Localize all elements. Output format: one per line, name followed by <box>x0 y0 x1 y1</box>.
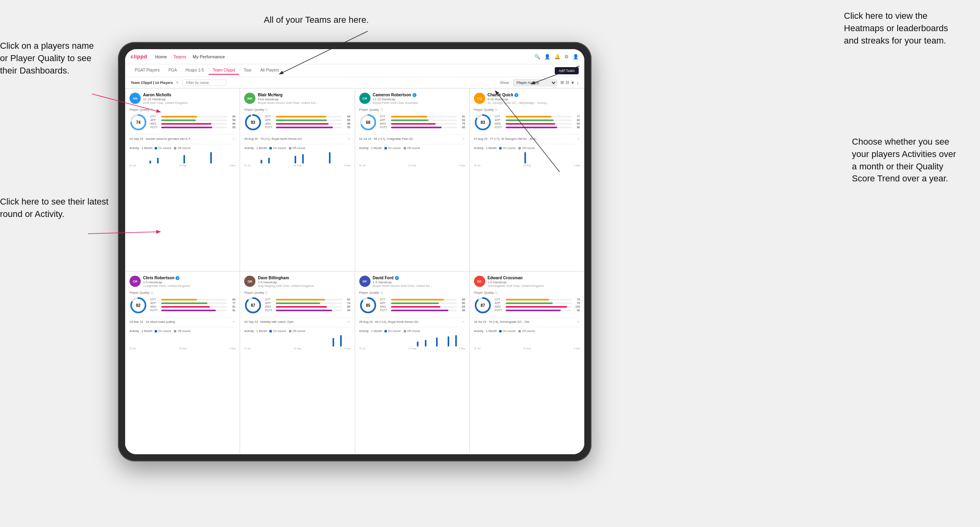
player-club: Royal North Devon Golf Club, United Kir.… <box>373 284 465 288</box>
filter-icon[interactable]: ▼ <box>571 80 575 85</box>
svg-text:74: 74 <box>136 120 141 125</box>
player-name[interactable]: Blair McHarg <box>258 93 350 97</box>
sort-icon[interactable]: ↕ <box>577 80 579 85</box>
quality-circle[interactable]: 85 <box>359 296 377 314</box>
latest-round[interactable]: 04 Sep 23 · Mobility with coach, Gym → <box>244 317 350 324</box>
nav-logo: clippd <box>131 54 147 60</box>
round-arrow[interactable]: → <box>462 137 465 141</box>
quality-circle[interactable]: 68 <box>359 113 377 131</box>
grid-view-icon[interactable]: ⊞ <box>560 80 564 85</box>
latest-round[interactable]: 02 Sep 23 · Sunset round to get back int… <box>129 134 235 141</box>
off-course-legend <box>518 147 521 149</box>
on-course-label: On course <box>158 330 171 332</box>
tab-pgat[interactable]: PGAT Players <box>131 66 163 75</box>
round-arrow[interactable]: → <box>347 320 351 324</box>
nav-link-home[interactable]: Home <box>155 54 167 59</box>
chart-date-mid: 21 Aug <box>294 347 301 350</box>
show-select[interactable]: Player Activity Quality Score Trend <box>513 79 557 86</box>
on-course-legend <box>499 330 502 332</box>
quality-circle[interactable]: 83 <box>474 113 492 131</box>
round-arrow[interactable]: → <box>462 320 465 324</box>
bell-icon[interactable]: 🔔 <box>554 54 560 60</box>
off-course-label: Off course <box>522 330 535 332</box>
latest-round-text: 26 Aug 23 · 84 (+12), Royal North Devon … <box>359 320 462 324</box>
tab-all-players[interactable]: All Players <box>256 66 283 75</box>
tab-tour[interactable]: Tour <box>240 66 255 75</box>
player-club: Royal North Devon Golf Club, United Kin.… <box>258 101 350 105</box>
quality-circle[interactable]: 93 <box>244 113 262 131</box>
activity-section: Activity · 1 Month On course Off course … <box>474 144 580 167</box>
player-card[interactable]: AN Aaron Nicholls 11-15 Handicap Drift G… <box>125 88 240 271</box>
latest-round[interactable]: 26 Aug 23 · 84 (+12), Royal North Devon … <box>359 317 465 324</box>
nav-link-performance[interactable]: My Performance <box>193 54 225 59</box>
activity-header: Activity · 1 Month On course Off course <box>129 329 235 333</box>
player-card[interactable]: DF David Ford ✓ 1-5 Handicap Royal North… <box>355 271 470 454</box>
on-course-label: On course <box>273 330 286 332</box>
tab-team-clippd[interactable]: Team Clippd <box>209 66 239 75</box>
player-card[interactable]: BM Blair McHarg Plus Handicap Royal Nort… <box>240 88 355 271</box>
round-arrow[interactable]: → <box>576 320 580 324</box>
on-course-legend <box>499 147 502 149</box>
quality-circle[interactable]: 87 <box>474 296 492 314</box>
quality-label: Player Quality ⓘ <box>359 291 465 295</box>
player-card[interactable]: CR Cameron Robertson ✓ 11-15 Handicap Ro… <box>355 88 470 271</box>
quality-section[interactable]: 74 OTT 60 APP 58 ARG 84 PUTT 85 <box>129 113 235 131</box>
player-cards-grid: AN Aaron Nicholls 11-15 Handicap Drift G… <box>125 88 584 454</box>
quality-section[interactable]: 87 OTT 73 APP 79 ARG 103 PUTT 92 <box>474 296 580 314</box>
player-card[interactable]: EC Edward Crossman 1-5 Handicap Sunningd… <box>470 271 584 454</box>
player-name[interactable]: Aaron Nicholls <box>143 93 235 97</box>
chart-date-start: 31 Jul <box>244 164 251 167</box>
chart-date-start: 31 Jul <box>474 347 480 350</box>
quality-circle[interactable]: 74 <box>129 113 147 131</box>
verified-icon: ✓ <box>514 93 518 97</box>
quality-stats: OTT 89 APP 80 ARG 83 PUTT 96 <box>380 298 465 312</box>
settings-icon[interactable]: ⚙ <box>564 54 569 60</box>
quality-circle[interactable]: 82 <box>129 296 147 314</box>
chart-date-end: 4 Sep <box>459 164 465 167</box>
player-name[interactable]: Dave Billingham <box>258 276 350 280</box>
player-name[interactable]: Edward Crossman <box>488 276 580 280</box>
player-card[interactable]: CQ Charlie Quick ✓ 6-10 Handicap St. Geo… <box>470 88 584 271</box>
player-name[interactable]: Chris Robertson ✓ <box>143 276 235 280</box>
quality-section[interactable]: 83 OTT 77 APP 80 ARG 83 PUTT 86 <box>474 113 580 131</box>
latest-round[interactable]: 07 Aug 23 · 77 (+7), St George's Hill GC… <box>474 134 580 141</box>
latest-round[interactable]: 18 Jul 23 · 74 (+4), Sunningdale GC - Ol… <box>474 317 580 324</box>
svg-text:68: 68 <box>366 120 370 125</box>
tab-pga[interactable]: PGA <box>164 66 181 75</box>
user-icon[interactable]: 👤 <box>544 54 550 60</box>
filter-search-input[interactable] <box>182 80 226 86</box>
player-name[interactable]: Charlie Quick ✓ <box>488 93 580 97</box>
latest-round[interactable]: 26 Aug 23 · 73 (+1), Royal North Devon G… <box>244 134 350 141</box>
player-card[interactable]: DB Dave Billingham 1-5 Handicap Sog Magi… <box>240 271 355 454</box>
edit-icon[interactable]: ✎ <box>176 81 179 85</box>
search-icon[interactable]: 🔍 <box>534 54 540 60</box>
quality-section[interactable]: 87 OTT 82 APP 74 ARG 85 PUTT 94 <box>244 296 350 314</box>
on-course-label: On course <box>158 147 171 149</box>
chart-date-mid: 21 Aug <box>523 164 531 167</box>
player-name[interactable]: David Ford ✓ <box>373 276 465 280</box>
activity-header: Activity · 1 Month On course Off course <box>359 146 465 150</box>
latest-round[interactable]: 02 Jul 23 · 59 (+17), Craigmillar Park G… <box>359 134 465 141</box>
avatar-icon[interactable]: 👤 <box>573 54 579 60</box>
quality-section[interactable]: 93 OTT 84 APP 85 ARG 88 PUTT 95 <box>244 113 350 131</box>
quality-circle[interactable]: 87 <box>244 296 262 314</box>
on-course-legend <box>269 147 272 149</box>
round-arrow[interactable]: → <box>232 320 235 324</box>
list-view-icon[interactable]: ⊟ <box>566 80 569 85</box>
latest-round[interactable]: 03 Mar 23 · 19, Must make putting → <box>129 317 235 324</box>
chart-date-start: 31 Jul <box>474 164 480 167</box>
player-name[interactable]: Cameron Robertson ✓ <box>373 93 465 97</box>
quality-section[interactable]: 85 OTT 89 APP 80 ARG 83 PUTT 96 <box>359 296 465 314</box>
round-arrow[interactable]: → <box>576 137 580 141</box>
player-card[interactable]: CR Chris Robertson ✓ 1-5 Handicap Craigm… <box>125 271 240 454</box>
annotation-left2: Click here to see their latestround or A… <box>0 196 108 221</box>
nav-link-teams[interactable]: Teams <box>173 54 186 59</box>
off-course-legend <box>404 330 406 332</box>
round-arrow[interactable]: → <box>347 137 351 141</box>
chart-date-start: 31 Jul <box>129 164 136 167</box>
tab-hcaps[interactable]: Hcaps 1-5 <box>182 66 208 75</box>
quality-section[interactable]: 82 OTT 60 APP 77 ARG 81 PUTT 91 <box>129 296 235 314</box>
round-arrow[interactable]: → <box>232 137 235 141</box>
add-team-button[interactable]: Add Team <box>555 67 579 74</box>
quality-section[interactable]: 68 OTT 61 APP 63 ARG 75 PUTT 85 <box>359 113 465 131</box>
